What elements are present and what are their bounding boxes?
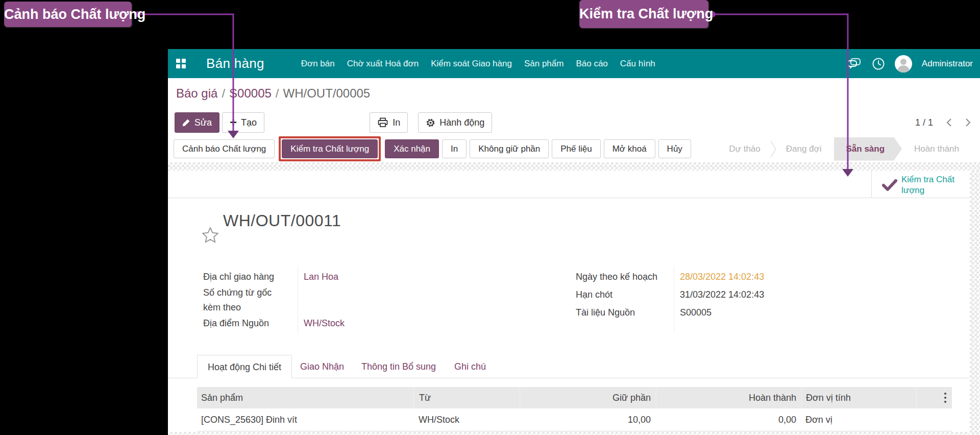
unreserve-label: Không giữ phần bbox=[478, 144, 540, 154]
pager-previous-icon[interactable] bbox=[946, 118, 952, 127]
confirm-label: Xác nhận bbox=[394, 144, 430, 154]
user-name[interactable]: Administrator bbox=[922, 59, 973, 69]
print-label: In bbox=[393, 117, 400, 128]
avatar[interactable] bbox=[894, 55, 913, 73]
tab-delivery[interactable]: Giao Nhận bbox=[300, 355, 344, 378]
transparent-bottom-strip bbox=[168, 432, 970, 435]
transparent-right-strip bbox=[970, 171, 980, 435]
menu-to-invoice[interactable]: Chờ xuất Hoá đơn bbox=[347, 59, 419, 69]
status-draft[interactable]: Dự thảo bbox=[717, 137, 772, 161]
smart-button-label: Kiểm tra Chất lượng bbox=[901, 174, 968, 196]
plus-icon: + bbox=[230, 116, 237, 129]
quality-alert-label: Cảnh báo Chất lượng bbox=[182, 144, 266, 154]
column-header-reserved[interactable]: Giữ phần bbox=[520, 387, 656, 408]
deadline-value: 31/03/2022 14:02:43 bbox=[680, 287, 764, 302]
delivery-address-value[interactable]: Lan Hoa bbox=[304, 270, 338, 284]
cell-reserved: 10,00 bbox=[520, 415, 656, 425]
print-button[interactable]: In bbox=[370, 112, 408, 133]
field-divider bbox=[674, 267, 674, 332]
source-location-label: Địa điểm Nguồn bbox=[203, 316, 295, 331]
form-sheet: Kiểm tra Chất lượng WH/OUT/00011 Địa chỉ… bbox=[168, 171, 970, 432]
edit-button[interactable]: Sửa bbox=[175, 112, 219, 133]
create-label: Tạo bbox=[241, 117, 257, 128]
delivery-address-label: Địa chỉ giao hàng bbox=[203, 270, 290, 284]
edit-label: Sửa bbox=[194, 117, 212, 128]
pager-next-icon[interactable] bbox=[965, 118, 971, 127]
confirm-button[interactable]: Xác nhận bbox=[385, 139, 439, 158]
chat-icon[interactable] bbox=[846, 57, 863, 70]
breadcrumb-separator: / bbox=[217, 86, 229, 100]
unlock-label: Mở khoá bbox=[612, 144, 647, 154]
star-icon[interactable] bbox=[202, 227, 219, 243]
cancel-label: Hủy bbox=[667, 144, 682, 154]
app-title[interactable]: Bán hàng bbox=[206, 56, 264, 71]
scheduled-date-value: 28/03/2022 14:02:43 bbox=[680, 270, 764, 284]
scrap-button[interactable]: Phế liệu bbox=[552, 139, 600, 158]
column-header-from[interactable]: Từ bbox=[413, 387, 520, 408]
cell-from: WH/Stock bbox=[413, 415, 520, 425]
apps-menu-icon[interactable] bbox=[176, 59, 186, 68]
action-bar: Cảnh báo Chất lượng Kiểm tra Chất lượng … bbox=[168, 135, 980, 162]
menu-delivery-control[interactable]: Kiểm soát Giao hàng bbox=[431, 59, 512, 69]
annotation-callout-quality-check: Kiểm tra Chất lượng bbox=[579, 0, 708, 28]
deadline-label: Hạn chót bbox=[576, 287, 678, 302]
transparent-gap-band bbox=[168, 162, 980, 171]
menu-orders[interactable]: Đơn bán bbox=[301, 59, 335, 69]
status-waiting[interactable]: Đang đợi bbox=[774, 137, 834, 161]
status-ready[interactable]: Sẵn sàng bbox=[834, 137, 902, 161]
create-button[interactable]: + Tạo bbox=[222, 112, 264, 133]
tab-detailed-operations[interactable]: Hoạt động Chi tiết bbox=[197, 355, 292, 378]
clock-icon[interactable] bbox=[872, 57, 885, 70]
notebook-tabs: Hoạt động Chi tiết Giao Nhận Thông tin B… bbox=[168, 355, 970, 378]
scheduled-date-label: Ngày theo kế hoạch bbox=[576, 270, 678, 284]
source-location-value[interactable]: WH/Stock bbox=[304, 316, 345, 331]
quality-check-smart-button[interactable]: Kiểm tra Chất lượng bbox=[871, 171, 970, 198]
field-divider bbox=[298, 267, 298, 334]
annotation-highlight-box: Kiểm tra Chất lượng bbox=[279, 136, 381, 161]
main-navbar: Bán hàng Đơn bán Chờ xuất Hoá đơn Kiểm s… bbox=[168, 49, 980, 78]
action-button[interactable]: Hành động bbox=[418, 112, 492, 133]
source-document-label: Tài liệu Nguồn bbox=[576, 305, 678, 320]
unlock-button[interactable]: Mở khoá bbox=[604, 139, 655, 158]
printer-icon bbox=[377, 117, 388, 128]
menu-products[interactable]: Sản phẩm bbox=[524, 59, 564, 69]
menu-reporting[interactable]: Báo cáo bbox=[576, 59, 607, 69]
kebab-icon[interactable] bbox=[944, 392, 947, 403]
scrap-label: Phế liệu bbox=[560, 144, 592, 154]
pager-count: 1 / 1 bbox=[915, 117, 933, 128]
cell-uom: Đơn vị bbox=[801, 415, 916, 425]
table-row[interactable]: [CONS_25630] Đinh vít WH/Stock 10,00 0,0… bbox=[197, 408, 952, 431]
status-done[interactable]: Hoàn thành bbox=[902, 137, 971, 161]
screenshot-stage: Cảnh báo Chất lượng Kiểm tra Chất lượng … bbox=[0, 0, 980, 435]
check-icon bbox=[882, 179, 897, 191]
breadcrumb-quotation[interactable]: Báo giá bbox=[176, 86, 217, 100]
tab-notes[interactable]: Ghi chú bbox=[454, 355, 486, 378]
quality-alert-button[interactable]: Cảnh báo Chất lượng bbox=[174, 139, 275, 158]
gear-icon bbox=[426, 118, 435, 128]
column-header-product[interactable]: Sản phẩm bbox=[197, 387, 413, 408]
action-label: Hành động bbox=[439, 117, 484, 128]
original-docs-label: Số chứng từ gốc kèm theo bbox=[203, 285, 285, 315]
cancel-button[interactable]: Hủy bbox=[658, 139, 691, 158]
tab-additional-info[interactable]: Thông tin Bổ sung bbox=[361, 355, 436, 378]
statusbar: Dự thảo Đang đợi Sẵn sàng Hoàn thành bbox=[717, 135, 971, 162]
button-box-row: Kiểm tra Chất lượng bbox=[168, 171, 970, 198]
column-header-uom[interactable]: Đơn vị tính bbox=[801, 387, 916, 408]
cell-product: [CONS_25630] Đinh vít bbox=[197, 415, 413, 425]
record-title: WH/OUT/00011 bbox=[223, 211, 341, 230]
pencil-icon bbox=[182, 118, 190, 127]
breadcrumb-row: Báo giá/S00005/WH/OUT/00005 bbox=[168, 78, 980, 110]
source-document-value: S00005 bbox=[680, 305, 712, 320]
column-header-done[interactable]: Hoàn thành bbox=[656, 387, 801, 408]
quality-check-label: Kiểm tra Chất lượng bbox=[290, 144, 369, 154]
unreserve-button[interactable]: Không giữ phần bbox=[470, 139, 549, 158]
table-header: Sản phẩm Từ Giữ phần Hoàn thành Đơn vị t… bbox=[197, 387, 952, 408]
operations-table: Sản phẩm Từ Giữ phần Hoàn thành Đơn vị t… bbox=[197, 387, 952, 431]
column-header-options bbox=[916, 387, 952, 408]
breadcrumb-separator: / bbox=[272, 86, 283, 100]
print-slip-button[interactable]: In bbox=[442, 139, 467, 158]
breadcrumb-current: WH/OUT/00005 bbox=[283, 86, 371, 100]
breadcrumb-sale-order[interactable]: S00005 bbox=[229, 86, 272, 100]
quality-check-button[interactable]: Kiểm tra Chất lượng bbox=[282, 139, 378, 158]
menu-config[interactable]: Cấu hình bbox=[620, 59, 655, 69]
